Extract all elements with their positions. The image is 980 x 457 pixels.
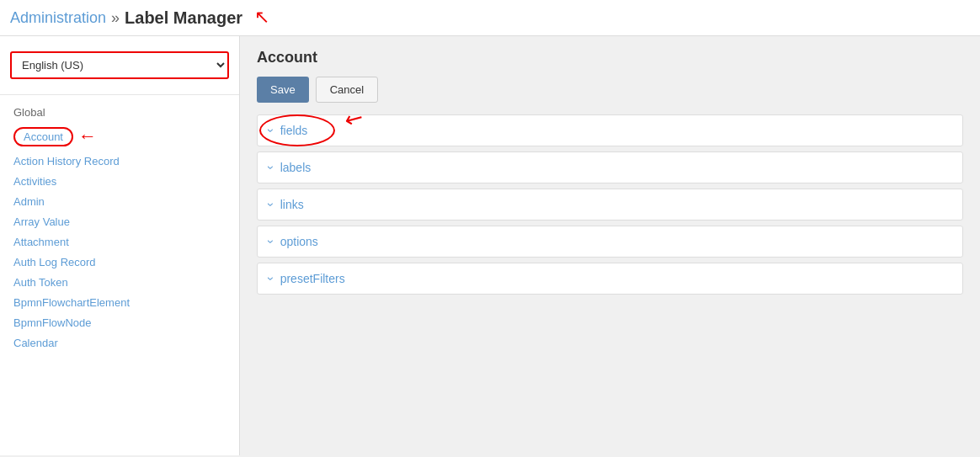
annotation-arrow-account: ← [78,125,97,147]
sidebar-item-array-value[interactable]: Array Value [0,211,239,231]
sidebar-label-activities: Activities [13,175,56,188]
accordion-header-options[interactable]: › options [258,226,962,257]
sidebar-label-bpmn-flowchart: BpmnFlowchartElement [13,296,130,309]
accordion-header-fields[interactable]: › fields [258,115,962,146]
accordion-links: › links [257,189,963,221]
language-select[interactable]: English (US) Spanish French German [10,51,229,79]
sidebar-item-calendar[interactable]: Calendar [0,332,239,353]
sidebar-item-global[interactable]: Global [0,102,239,122]
content-area: Account Save Cancel › fields ↙ › labels [240,36,980,455]
chevron-labels-icon: › [264,166,278,170]
account-circle-wrapper: Account [13,127,73,146]
breadcrumb-separator: » [111,9,120,27]
sidebar: English (US) Spanish French German Globa… [0,36,240,455]
sidebar-account-row: Account ← [0,122,239,151]
sidebar-label-calendar: Calendar [13,337,58,349]
sidebar-label-auth-log-record: Auth Log Record [13,256,96,268]
page-title: Account [257,49,963,66]
sidebar-item-auth-log-record[interactable]: Auth Log Record [0,252,239,272]
sidebar-item-admin[interactable]: Admin [0,191,239,211]
sidebar-label-auth-token: Auth Token [13,276,68,289]
sidebar-item-auth-token[interactable]: Auth Token [0,272,239,292]
chevron-fields-icon: › [264,129,278,133]
accordion-fields: › fields [257,114,963,146]
chevron-links-icon: › [264,203,278,207]
breadcrumb-admin-link[interactable]: Administration [10,9,106,27]
breadcrumb-current: Label Manager [125,8,242,28]
annotation-arrow-header: ↙ [254,7,269,29]
accordion-header-labels[interactable]: › labels [258,152,962,183]
accordion-header-preset-filters[interactable]: › presetFilters [258,263,962,294]
main-layout: English (US) Spanish French German Globa… [0,36,980,455]
sidebar-item-bpmn-flow-node[interactable]: BpmnFlowNode [0,312,239,332]
breadcrumb: Administration » Label Manager ↙ [0,0,980,36]
accordion-header-links[interactable]: › links [258,189,962,220]
toolbar: Save Cancel [257,77,963,103]
save-button[interactable]: Save [257,77,309,103]
sidebar-item-bpmn-flowchart[interactable]: BpmnFlowchartElement [0,292,239,312]
sidebar-item-attachment[interactable]: Attachment [0,231,239,252]
language-selector-wrapper: English (US) Spanish French German [0,45,239,86]
accordion-preset-filters: › presetFilters [257,263,963,295]
chevron-options-icon: › [264,240,278,244]
accordion-label-links: links [280,198,304,211]
accordion-label-options: options [280,235,318,248]
cancel-button[interactable]: Cancel [316,77,378,103]
sidebar-item-activities[interactable]: Activities [0,171,239,191]
sidebar-item-account[interactable]: Account [13,127,73,146]
sidebar-label-attachment: Attachment [13,236,69,248]
sidebar-divider [0,94,239,95]
accordion-options: › options [257,226,963,258]
sidebar-label-bpmn-flow-node: BpmnFlowNode [13,316,92,329]
accordion-label-fields: fields [280,124,308,137]
chevron-preset-filters-icon: › [264,277,278,281]
sidebar-label-action-history-record: Action History Record [13,155,120,167]
sidebar-label-array-value: Array Value [13,215,70,228]
fields-section-wrapper: › fields ↙ [257,114,963,146]
accordion-label-preset-filters: presetFilters [280,272,345,285]
sidebar-label-global: Global [13,106,45,119]
sidebar-label-admin: Admin [13,195,45,208]
accordion-label-labels: labels [280,161,312,174]
accordion-labels: › labels [257,151,963,183]
sidebar-item-action-history-record[interactable]: Action History Record [0,151,239,171]
